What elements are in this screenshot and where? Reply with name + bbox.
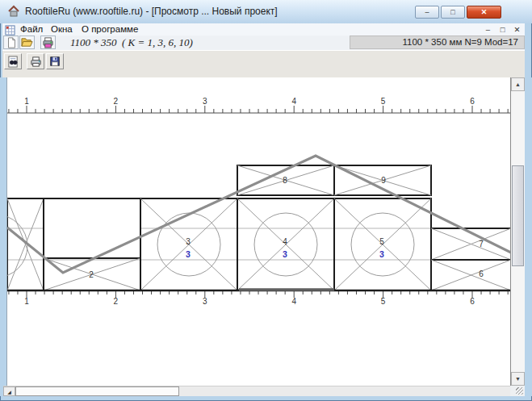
open-project-button[interactable] xyxy=(19,36,35,49)
arrow-up-icon: ▲ xyxy=(515,81,521,87)
preview-button[interactable] xyxy=(4,53,22,69)
title-bar[interactable]: RooftileRu (www.rooftile.ru) - [Просмотр… xyxy=(0,0,532,23)
save-button[interactable] xyxy=(46,53,64,69)
svg-text:3: 3 xyxy=(283,249,287,259)
app-icon xyxy=(7,5,20,18)
menu-file[interactable]: Файл xyxy=(17,23,46,36)
module-4: 43 xyxy=(237,198,334,290)
arrow-down-icon: ▼ xyxy=(515,376,521,382)
svg-text:9: 9 xyxy=(381,176,386,185)
status-text: 1100 * 350 мм N=9 Mod=17 xyxy=(403,37,518,47)
svg-text:6: 6 xyxy=(470,297,475,306)
save-icon xyxy=(49,56,61,67)
child-restore-button[interactable]: □ xyxy=(496,24,509,35)
print-button[interactable] xyxy=(27,53,44,69)
ridge-module-9: 9 xyxy=(334,165,431,195)
svg-text:2: 2 xyxy=(114,297,119,306)
row-module-6: 6 xyxy=(431,260,511,290)
drawing-canvas: 12345612345623343538976 xyxy=(6,77,511,386)
svg-text:3: 3 xyxy=(379,249,384,259)
svg-text:3: 3 xyxy=(203,97,207,106)
child-minimize-button[interactable]: – xyxy=(482,24,494,35)
open-folder-icon xyxy=(21,36,33,48)
vscroll-down-button[interactable]: ▼ xyxy=(511,372,525,386)
corner-arrow-icon: ◢ xyxy=(7,389,11,395)
svg-text:6: 6 xyxy=(470,97,475,106)
main-toolbar: 1100 * 350 ( K = 1, 3, 6, 10) 1100 * 350… xyxy=(2,36,525,50)
child-document-icon xyxy=(5,24,15,35)
svg-text:1: 1 xyxy=(24,297,29,306)
minimize-icon: – xyxy=(425,8,429,16)
view-toolbar xyxy=(2,50,525,78)
vscroll-thumb[interactable] xyxy=(512,165,524,266)
resize-grip[interactable] xyxy=(510,386,525,396)
window-controls: – □ ✕ xyxy=(415,6,501,19)
close-icon: ✕ xyxy=(481,8,488,16)
drawing-client-area: 12345612345623343538976 ▲ ▼ ◢ xyxy=(0,77,532,396)
preview-icon xyxy=(7,56,19,68)
hscroll-corner-button[interactable]: ◢ xyxy=(3,386,15,396)
hscroll-thumb[interactable] xyxy=(15,386,179,396)
vertical-scrollbar[interactable]: ▲ ▼ xyxy=(510,77,525,386)
svg-text:7: 7 xyxy=(479,240,484,249)
svg-text:6: 6 xyxy=(479,269,484,278)
minimize-button[interactable]: – xyxy=(415,6,439,19)
roof-layout-drawing: 12345612345623343538976 xyxy=(7,77,511,386)
svg-text:3: 3 xyxy=(186,249,191,259)
menu-bar: Файл Окна О программе – □ ✕ xyxy=(2,23,525,36)
app-window: RooftileRu (www.rooftile.ru) - [Просмотр… xyxy=(0,0,532,401)
close-button[interactable]: ✕ xyxy=(467,6,501,19)
vscroll-up-button[interactable]: ▲ xyxy=(511,77,525,91)
menu-about[interactable]: О программе xyxy=(78,23,141,36)
module-5: 53 xyxy=(334,198,431,290)
svg-text:5: 5 xyxy=(381,97,386,106)
module-3: 33 xyxy=(140,198,237,290)
ruler: 123456 xyxy=(9,97,508,113)
svg-text:8: 8 xyxy=(283,176,287,185)
svg-text:2: 2 xyxy=(89,270,94,279)
svg-text:2: 2 xyxy=(114,97,119,106)
print-settings-button[interactable] xyxy=(40,36,56,49)
module-1-partial xyxy=(7,198,44,290)
new-document-icon xyxy=(6,37,17,48)
svg-text:4: 4 xyxy=(283,237,287,246)
ruler: 123456 xyxy=(9,290,508,306)
window-title: RooftileRu (www.rooftile.ru) - [Просмотр… xyxy=(25,6,278,17)
svg-text:5: 5 xyxy=(381,297,386,306)
menu-windows[interactable]: Окна xyxy=(48,23,76,36)
child-window-controls: – □ ✕ xyxy=(482,24,523,35)
module-2-row: 2 xyxy=(44,258,140,290)
svg-text:4: 4 xyxy=(291,97,296,106)
svg-text:5: 5 xyxy=(379,237,384,246)
maximize-icon: □ xyxy=(450,8,455,16)
svg-text:1: 1 xyxy=(24,97,29,106)
tile-profile-label: 1100 * 350 ( K = 1, 3, 6, 10) xyxy=(70,36,193,50)
print-settings-icon xyxy=(42,36,54,48)
new-project-button[interactable] xyxy=(3,36,19,49)
module-2-sheet xyxy=(44,198,140,258)
status-panel: 1100 * 350 мм N=9 Mod=17 xyxy=(350,36,525,49)
maximize-button[interactable]: □ xyxy=(441,6,465,19)
print-icon xyxy=(30,56,42,68)
svg-text:4: 4 xyxy=(291,297,296,306)
horizontal-scrollbar[interactable]: ◢ xyxy=(3,386,510,396)
child-close-button[interactable]: ✕ xyxy=(511,24,523,35)
svg-text:3: 3 xyxy=(186,237,191,246)
svg-text:3: 3 xyxy=(203,297,207,306)
